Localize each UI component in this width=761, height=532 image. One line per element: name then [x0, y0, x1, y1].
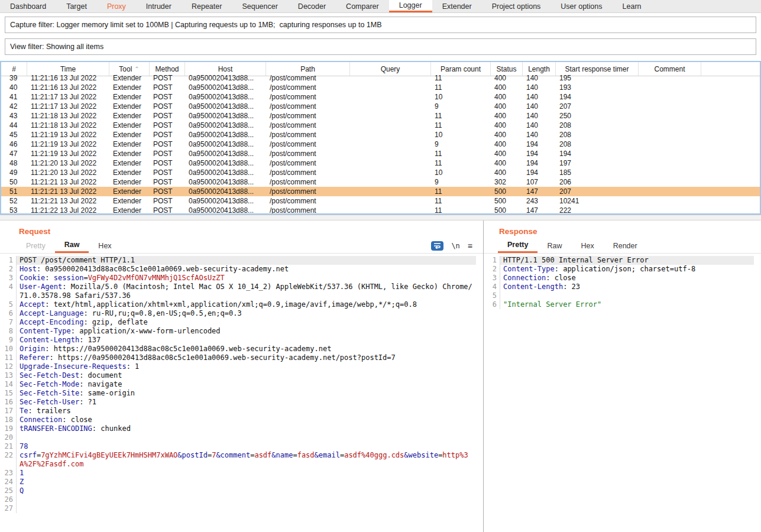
line-content: Content-Length: 137	[17, 336, 476, 345]
syntax-segment: :	[45, 274, 53, 282]
view-filter-bar[interactable]: View filter: Showing all items	[5, 38, 756, 55]
table-row[interactable]: 4811:21:20 13 Jul 2022ExtenderPOST0a9500…	[1, 158, 760, 168]
editor-line: 1HTTP/1.1 500 Internal Server Error	[484, 256, 754, 265]
editor-line: 14Sec-Fetch-Mode: navigate	[0, 380, 476, 389]
cell-time: 11:21:16 13 Jul 2022	[27, 74, 109, 82]
request-editor[interactable]: 1POST /post/comment HTTP/1.12Host: 0a950…	[0, 254, 476, 532]
response-tab-raw[interactable]: Raw	[537, 238, 571, 253]
editor-menu-icon[interactable]: ≡	[468, 242, 472, 250]
cell-path: /post/comment	[266, 83, 350, 92]
table-row[interactable]: 4011:21:16 13 Jul 2022ExtenderPOST0a9500…	[1, 83, 760, 92]
editor-line: 24Z	[0, 478, 476, 486]
main-tab-target[interactable]: Target	[56, 0, 97, 12]
response-tabs: PrettyRawHexRender	[498, 238, 647, 253]
table-row[interactable]: 4211:21:17 13 Jul 2022ExtenderPOST0a9500…	[1, 102, 760, 111]
line-number: 19	[0, 424, 17, 433]
response-tab-pretty[interactable]: Pretty	[498, 238, 537, 253]
cell-tool: Extender	[109, 150, 150, 158]
syntax-segment: : 0a9500020413d88ac08c5c1e001a0069.web-s…	[37, 265, 289, 273]
cell-status: 500	[491, 197, 523, 205]
syntax-segment: &email	[315, 451, 340, 459]
cell-param_count: 11	[431, 83, 491, 92]
table-row[interactable]: 4911:21:20 13 Jul 2022ExtenderPOST0a9500…	[1, 168, 760, 177]
cell-num: 52	[1, 197, 27, 205]
main-tab-repeater[interactable]: Repeater	[182, 0, 232, 12]
table-row[interactable]: 5011:21:21 13 Jul 2022ExtenderPOST0a9500…	[1, 177, 760, 187]
line-number: 25	[0, 486, 17, 495]
table-row[interactable]: 3911:21:16 13 Jul 2022ExtenderPOST0a9500…	[1, 73, 760, 83]
line-content: Q	[17, 486, 476, 495]
horizontal-splitter[interactable]	[0, 215, 761, 220]
response-tab-render[interactable]: Render	[604, 238, 647, 253]
editor-line: 17Te: trailers	[0, 407, 476, 416]
table-row[interactable]: 4511:21:19 13 Jul 2022ExtenderPOST0a9500…	[1, 130, 760, 140]
main-tab-intruder[interactable]: Intruder	[136, 0, 182, 12]
table-row[interactable]: 4111:21:17 13 Jul 2022ExtenderPOST0a9500…	[1, 92, 760, 102]
cell-start_response_timer: 208	[556, 131, 639, 139]
request-tab-pretty[interactable]: Pretty	[17, 238, 55, 253]
main-tab-project-options[interactable]: Project options	[482, 0, 551, 12]
cell-param_count: 11	[431, 206, 491, 213]
cell-path: /post/comment	[266, 140, 350, 148]
syntax-segment: : 23	[563, 283, 580, 291]
table-row[interactable]: 4311:21:18 13 Jul 2022ExtenderPOST0a9500…	[1, 111, 760, 121]
cell-num: 53	[1, 206, 27, 213]
cell-method: POST	[150, 102, 185, 111]
cell-status: 400	[491, 83, 523, 92]
cell-num: 42	[1, 102, 27, 111]
cell-num: 41	[1, 93, 27, 101]
main-tab-user-options[interactable]: User options	[550, 0, 612, 12]
main-tab-decoder[interactable]: Decoder	[288, 0, 336, 12]
logger-table[interactable]: #TimeTool⌃MethodHostPathQueryParam count…	[0, 61, 761, 215]
line-content: Te: trailers	[17, 407, 476, 416]
cell-length: 140	[523, 102, 556, 111]
line-content: "Internal Server Error"	[500, 300, 754, 309]
request-tab-raw[interactable]: Raw	[55, 238, 89, 253]
table-row[interactable]: 5311:21:22 13 Jul 2022ExtenderPOST0a9500…	[1, 206, 760, 213]
cell-length: 140	[523, 74, 556, 82]
main-tab-extender[interactable]: Extender	[432, 0, 482, 12]
line-content: Accept-Encoding: gzip, deflate	[17, 318, 476, 327]
cell-length: 194	[523, 159, 556, 167]
column-header-label: #	[12, 65, 16, 73]
request-editor-icons: \n ≡	[431, 241, 483, 251]
cell-param_count: 10	[431, 93, 491, 101]
word-wrap-icon[interactable]	[431, 241, 443, 251]
main-tab-comparer[interactable]: Comparer	[336, 0, 389, 12]
syntax-segment: POST /post/comment HTTP/1.1	[20, 256, 135, 264]
cell-method: POST	[150, 140, 185, 148]
cell-param_count: 11	[431, 187, 491, 196]
cell-method: POST	[150, 93, 185, 101]
request-tab-hex[interactable]: Hex	[89, 238, 121, 253]
syntax-segment: : close	[546, 274, 576, 282]
main-tab-learn[interactable]: Learn	[613, 0, 652, 12]
table-row[interactable]: 5111:21:21 13 Jul 2022ExtenderPOST0a9500…	[1, 187, 760, 196]
cell-num: 46	[1, 140, 27, 148]
table-row[interactable]: 4711:21:19 13 Jul 2022ExtenderPOST0a9500…	[1, 149, 760, 158]
main-tab-dashboard[interactable]: Dashboard	[0, 0, 56, 12]
line-number: 3	[0, 274, 17, 283]
cell-host: 0a9500020413d88...	[185, 83, 266, 92]
table-row[interactable]: 4411:21:18 13 Jul 2022ExtenderPOST0a9500…	[1, 121, 760, 130]
capture-filter-bar[interactable]: Capture filter: Logger memory limit set …	[5, 17, 756, 33]
cell-num: 48	[1, 159, 27, 167]
syntax-segment: Content-Length	[20, 336, 79, 344]
table-row[interactable]: 4611:21:19 13 Jul 2022ExtenderPOST0a9500…	[1, 140, 760, 149]
cell-start_response_timer: 207	[556, 187, 639, 196]
line-number: 11	[0, 353, 17, 362]
editor-line: 231	[0, 469, 476, 478]
cell-num: 44	[1, 121, 27, 129]
line-number: 3	[484, 274, 500, 283]
main-tab-logger[interactable]: Logger	[389, 0, 432, 12]
cell-status: 500	[491, 187, 523, 196]
response-editor[interactable]: 1HTTP/1.1 500 Internal Server Error2Cont…	[484, 254, 754, 532]
main-tab-sequencer[interactable]: Sequencer	[232, 0, 287, 12]
response-tab-hex[interactable]: Hex	[571, 238, 603, 253]
editor-line: 4Content-Length: 23	[484, 283, 754, 291]
newline-visibility-icon[interactable]: \n	[451, 242, 459, 250]
table-row[interactable]: 5211:21:21 13 Jul 2022ExtenderPOST0a9500…	[1, 196, 760, 206]
editor-line: 22csrf=7gYzhMCiFvi4gBEyUEEk7HmHSHM7xWAO&…	[0, 451, 476, 469]
editor-line: 2178	[0, 442, 476, 451]
main-tab-proxy[interactable]: Proxy	[97, 0, 136, 12]
cell-method: POST	[150, 74, 185, 82]
